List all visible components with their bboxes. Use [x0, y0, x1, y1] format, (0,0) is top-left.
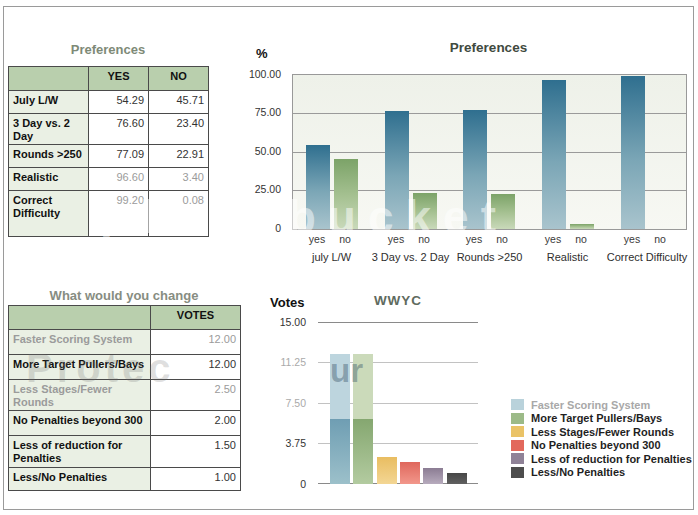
bar [542, 80, 566, 229]
table-row: More Target Pullers/Bays 12.00 [9, 355, 241, 380]
legend-item: More Target Pullers/Bays [511, 412, 692, 426]
wwyc-legend: Faster Scoring System More Target Puller… [511, 398, 692, 479]
col-header-yes: YES [89, 67, 149, 91]
bar [306, 145, 330, 229]
bar [413, 193, 437, 229]
legend-swatch [511, 399, 524, 410]
bar [400, 462, 420, 484]
legend-swatch [511, 440, 524, 451]
col-header-votes: VOTES [151, 306, 241, 330]
bar [377, 457, 397, 484]
y-tick: 75.00 [235, 106, 281, 118]
y-tick: 0 [235, 222, 281, 234]
preferences-table: YES NO July L/W 54.29 45.71 3 Day vs. 2 … [8, 66, 209, 237]
bar [621, 76, 645, 229]
gridline [318, 322, 478, 323]
table-row: No Penalties beyond 300 2.00 [9, 411, 241, 436]
bar [463, 110, 487, 229]
series-label-yes: yes [620, 233, 644, 245]
table-row: Rounds >250 77.09 22.91 [9, 145, 209, 168]
series-label-yes: yes [462, 233, 486, 245]
series-label-no: no [648, 233, 672, 245]
legend-item: Less of reduction for Penalties [511, 452, 692, 466]
y-tick: 11.25 [260, 356, 306, 368]
bar [330, 354, 350, 484]
legend-swatch [511, 453, 524, 464]
slide-canvas: Preferences YES NO July L/W 54.29 45.71 … [0, 0, 698, 515]
y-tick: 7.50 [260, 397, 306, 409]
table-row: Less of reduction for Penalties 1.50 [9, 436, 241, 468]
series-label-no: no [490, 233, 514, 245]
series-label-no: no [569, 233, 593, 245]
legend-item: No Penalties beyond 300 [511, 439, 692, 453]
table-row: Correct Difficulty 99.20 0.08 [9, 191, 209, 237]
legend-item: Faster Scoring System [511, 398, 692, 412]
category-label: Correct Difficulty [600, 251, 694, 263]
y-tick: 25.00 [235, 183, 281, 195]
legend-swatch [511, 413, 524, 424]
table-row: Realistic 96.60 3.40 [9, 168, 209, 191]
bar [353, 354, 373, 484]
wwyc-plot-area [318, 322, 478, 484]
table-row: 3 Day vs. 2 Day 76.60 23.40 [9, 114, 209, 145]
y-tick: 15.00 [260, 316, 306, 328]
table-row: Less/No Penalties 1.00 [9, 468, 241, 491]
series-label-yes: yes [305, 233, 329, 245]
y-tick: 100.00 [235, 68, 281, 80]
wwyc-table-title: What would you change [8, 288, 240, 303]
table-row: Less Stages/Fewer Rounds 2.50 [9, 380, 241, 411]
table-row: Faster Scoring System 12.00 [9, 330, 241, 355]
preferences-chart-title: Preferences [292, 40, 685, 55]
col-header-no: NO [149, 67, 209, 91]
legend-item: Less/No Penalties [511, 466, 692, 480]
y-tick: 0 [260, 478, 306, 490]
legend-item: Less Stages/Fewer Rounds [511, 425, 692, 439]
series-label-no: no [333, 233, 357, 245]
wwyc-table: VOTES Faster Scoring System 12.00 More T… [8, 305, 241, 491]
category-label: Rounds >250 [450, 251, 529, 263]
y-axis-label-votes: Votes [270, 295, 304, 310]
legend-swatch [511, 426, 524, 437]
category-label: july L/W [292, 251, 371, 263]
bar [491, 194, 515, 229]
preferences-plot-area [292, 74, 687, 230]
table-row: July L/W 54.29 45.71 [9, 91, 209, 114]
series-label-no: no [412, 233, 436, 245]
bar [447, 473, 467, 484]
y-axis-label-percent: % [256, 46, 268, 61]
y-tick: 3.75 [260, 437, 306, 449]
category-label: 3 Day vs. 2 Day [371, 251, 450, 263]
wwyc-chart-title: WWYC [318, 293, 478, 308]
legend-swatch [511, 467, 524, 478]
series-label-yes: yes [384, 233, 408, 245]
category-label: Realistic [528, 251, 607, 263]
bar [385, 111, 409, 229]
preferences-table-title: Preferences [8, 42, 208, 57]
bar [423, 468, 443, 484]
y-tick: 50.00 [235, 145, 281, 157]
corner-cell [9, 67, 89, 91]
series-label-yes: yes [541, 233, 565, 245]
bar [334, 159, 358, 229]
bar [570, 224, 594, 229]
corner-cell [9, 306, 151, 330]
